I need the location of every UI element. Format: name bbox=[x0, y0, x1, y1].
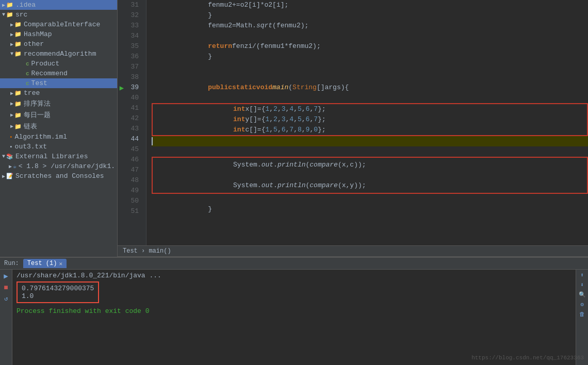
line-num-44: 44 bbox=[126, 134, 142, 144]
expand-icon bbox=[10, 31, 13, 38]
sidebar-item-label: Scratches and Consoles bbox=[15, 172, 104, 180]
expand-icon bbox=[10, 51, 13, 57]
run-scroll-bot-btn[interactable]: ⬇ bbox=[580, 281, 584, 288]
expand-icon bbox=[10, 112, 13, 118]
sidebar-item-sort[interactable]: 📁 排序算法 bbox=[0, 98, 117, 109]
sidebar-item-algorithm-iml[interactable]: ▪ Algorithm.iml bbox=[0, 132, 117, 142]
line-num-32: 32 bbox=[126, 10, 142, 21]
gutter-cell-38 bbox=[118, 72, 126, 82]
sidebar-item-linkedlist[interactable]: 📁 链表 bbox=[0, 121, 117, 132]
run-filter-btn[interactable]: 🔍 bbox=[579, 291, 586, 298]
folder-icon: 📁 bbox=[14, 31, 22, 38]
run-scroll-top-btn[interactable]: ⬆ bbox=[580, 272, 584, 278]
gutter-cell-46 bbox=[118, 155, 126, 165]
sidebar-item-label: Recommend bbox=[31, 70, 68, 77]
run-result-line1: 0.7976143279000375 bbox=[22, 285, 94, 292]
run-process-line: Process finished with exit code 0 bbox=[17, 307, 571, 315]
gutter-cell-49 bbox=[118, 186, 126, 196]
code-line-39: public static void main(String[] args) { bbox=[152, 82, 588, 93]
code-area: ▶ 31 32 33 34 35 36 bbox=[118, 0, 588, 245]
sidebar-item-daily[interactable]: 📁 每日一题 bbox=[0, 109, 117, 121]
run-content: ▶ ■ ↺ /usr/share/jdk1.8.0_221/bin/java .… bbox=[0, 270, 588, 365]
line-num-47: 47 bbox=[126, 165, 142, 175]
sidebar-item-label: External Libraries bbox=[15, 153, 88, 160]
gutter-cell-44 bbox=[118, 134, 126, 144]
folder-icon: 📁 bbox=[14, 101, 22, 107]
sidebar-item-label: < 1.8 > /usr/share/jdk1. bbox=[19, 162, 115, 170]
lib-icon: 📚 bbox=[6, 153, 13, 160]
sidebar-item-idea[interactable]: 📁 .idea bbox=[0, 0, 117, 10]
sidebar-item-label: recommendAlgorithm bbox=[24, 50, 96, 58]
folder-icon: 📁 bbox=[14, 123, 22, 130]
gutter-cell-32 bbox=[118, 10, 126, 21]
folder-icon: 📁 bbox=[14, 112, 22, 119]
folder-icon: 📁 bbox=[14, 21, 22, 28]
sidebar-item-label: .idea bbox=[15, 1, 36, 9]
sidebar-item-recommendalgorithm[interactable]: 📁 recommendAlgorithm bbox=[0, 49, 117, 59]
sidebar-item-out3[interactable]: ▪ out3.txt bbox=[0, 142, 117, 152]
gutter-cell-40 bbox=[118, 93, 126, 103]
gutter-cell-42 bbox=[118, 113, 126, 124]
gutter-cell-33 bbox=[118, 21, 126, 31]
gutter-cell-41 bbox=[118, 103, 126, 113]
sidebar-item-label: ComparableInterface bbox=[24, 21, 100, 28]
line-num-40: 40 bbox=[126, 93, 142, 103]
red-box-1: int x[] = {1,2,3,4,5,6,7}; int y[] = {1,… bbox=[152, 103, 588, 136]
run-gutter-icon[interactable]: ▶ bbox=[120, 84, 124, 92]
run-tab-close[interactable]: ✕ bbox=[59, 260, 62, 267]
sidebar-item-label: Test bbox=[31, 79, 47, 87]
breadcrumb-text: Test › main() bbox=[123, 247, 171, 255]
gutter-cell-35 bbox=[118, 41, 126, 52]
line-num-33: 33 bbox=[126, 21, 142, 31]
sidebar-item-recommend[interactable]: c Recommend bbox=[0, 69, 117, 78]
expand-icon bbox=[10, 123, 13, 129]
run-cmd-line: /usr/share/jdk1.8.0_221/bin/java ... bbox=[17, 272, 571, 279]
class-icon: c bbox=[26, 71, 29, 77]
code-line-50: } bbox=[152, 204, 588, 214]
file-tree[interactable]: 📁 .idea 📁 src 📁 ComparableInterface 📁 Ha… bbox=[0, 0, 118, 257]
sidebar-item-jdk[interactable]: ☕ < 1.8 > /usr/share/jdk1. bbox=[0, 161, 117, 171]
sidebar-item-hashmap[interactable]: 📁 HashMap bbox=[0, 29, 117, 39]
sidebar-item-label: src bbox=[15, 11, 27, 19]
expand-icon bbox=[2, 154, 5, 159]
gutter: ▶ bbox=[118, 0, 126, 245]
sidebar-item-external-libs[interactable]: 📚 External Libraries bbox=[0, 152, 117, 161]
gutter-cell-34 bbox=[118, 31, 126, 41]
line-num-36: 36 bbox=[126, 52, 142, 62]
sidebar-item-test[interactable]: c Test bbox=[0, 78, 117, 88]
run-rerun-btn[interactable]: ↺ bbox=[4, 295, 8, 303]
code-line-33: fenmu2 = Math.sqrt(fenmu2); bbox=[152, 21, 588, 31]
sidebar-item-comparableinterface[interactable]: 📁 ComparableInterface bbox=[0, 20, 117, 29]
run-result-box: 0.7976143279000375 1.0 bbox=[17, 281, 99, 303]
run-stop-btn[interactable]: ■ bbox=[4, 284, 8, 292]
run-right-toolbar: ⬆ ⬇ 🔍 ⚙ 🗑 bbox=[576, 270, 588, 365]
run-result-line2: 1.0 bbox=[22, 292, 94, 300]
expand-icon bbox=[2, 173, 5, 179]
sidebar-item-scratches[interactable]: 📝 Scratches and Consoles bbox=[0, 171, 117, 181]
code-lines[interactable]: fenmu2 += o2[i] * o2[i]; } fenmu2 = Math… bbox=[146, 0, 588, 245]
gutter-cell-47 bbox=[118, 165, 126, 175]
sidebar-item-label: tree bbox=[24, 89, 40, 97]
sidebar-item-other[interactable]: 📁 other bbox=[0, 39, 117, 49]
run-play-btn[interactable]: ▶ bbox=[4, 272, 8, 280]
expand-icon bbox=[10, 22, 13, 28]
sidebar-item-src[interactable]: 📁 src bbox=[0, 10, 117, 20]
run-panel: Run: Test (1) ✕ ▶ ■ ↺ /usr/share/jdk1.8.… bbox=[0, 257, 588, 365]
run-cmd-text: /usr/share/jdk1.8.0_221/bin/java ... bbox=[17, 272, 161, 279]
run-toolbar: Run: Test (1) ✕ bbox=[0, 258, 588, 270]
gutter-cell-51 bbox=[118, 206, 126, 217]
sidebar-item-product[interactable]: c Product bbox=[0, 59, 117, 69]
line-num-50: 50 bbox=[126, 196, 142, 206]
expand-icon bbox=[2, 2, 5, 8]
run-tab[interactable]: Test (1) ✕ bbox=[23, 259, 67, 268]
run-settings-btn[interactable]: ⚙ bbox=[580, 301, 584, 308]
code-editor: ▶ 31 32 33 34 35 36 bbox=[118, 0, 588, 257]
line-num-31: 31 bbox=[126, 0, 142, 10]
line-num-48: 48 bbox=[126, 175, 142, 186]
line-num-37: 37 bbox=[126, 62, 142, 72]
expand-icon bbox=[10, 90, 13, 96]
gutter-cell-39[interactable]: ▶ bbox=[118, 82, 126, 93]
sidebar-item-tree[interactable]: 📁 tree bbox=[0, 88, 117, 98]
run-trash-btn[interactable]: 🗑 bbox=[579, 311, 585, 318]
sidebar-item-label: 排序算法 bbox=[24, 99, 51, 108]
